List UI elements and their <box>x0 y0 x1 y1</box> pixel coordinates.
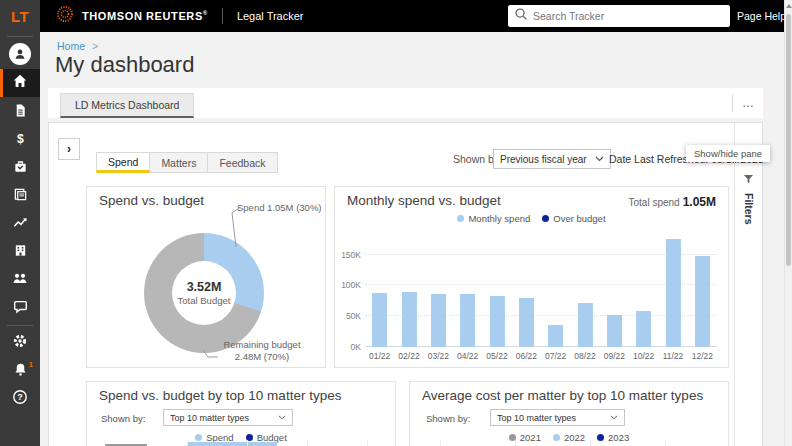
monthly-bar-08/22[interactable] <box>578 303 593 347</box>
page-title: My dashboard <box>55 52 194 78</box>
legend-item[interactable]: Over budget <box>542 213 605 224</box>
y-axis-tick: 0K <box>337 342 361 352</box>
page-content: Home > My dashboard LD Metrics Dashboard… <box>40 32 792 446</box>
nav-firms[interactable] <box>0 239 40 265</box>
tabstrip-divider <box>732 94 733 112</box>
legend-item[interactable]: 2023 <box>597 432 629 443</box>
app-window: LT THOMSON REUTERS® Legal Tracker Page H… <box>0 0 792 446</box>
x-axis-tick: 05/22 <box>482 351 511 361</box>
chart-title: Monthly spend vs. budget <box>347 193 501 208</box>
svg-text:?: ? <box>17 392 23 402</box>
report-tabs: Spend Matters Feedback <box>96 152 278 173</box>
monthly-plot: 0K50K100K150K01/2202/2203/2204/2205/2206… <box>365 233 717 347</box>
scrollbar-thumb[interactable] <box>786 14 791 266</box>
tab-feedback[interactable]: Feedback <box>208 152 277 173</box>
gridline <box>365 315 717 316</box>
gridline <box>247 440 248 446</box>
legend-item[interactable]: Monthly spend <box>457 213 530 224</box>
building-icon <box>13 243 28 262</box>
x-axis-tick: 06/22 <box>512 351 541 361</box>
nav-help[interactable]: ? <box>0 386 40 412</box>
nav-divider <box>7 36 33 37</box>
filters-pane-collapsed[interactable]: « Filters <box>734 123 762 446</box>
chat-icon <box>13 299 28 318</box>
scroll-up-arrow-icon[interactable] <box>786 4 792 8</box>
legend-dot-icon <box>542 215 549 222</box>
breadcrumb-separator: > <box>92 40 98 52</box>
gridline <box>665 440 666 446</box>
people-icon <box>12 270 28 290</box>
nav-spend[interactable]: $ <box>0 127 40 153</box>
matter-types-dropdown[interactable]: Top 10 matter types <box>163 409 293 426</box>
chart-title: Average cost per matter by top 10 matter… <box>422 388 703 403</box>
legend-item[interactable]: 2022 <box>553 432 585 443</box>
vertical-scrollbar[interactable] <box>784 0 792 446</box>
svg-text:$: $ <box>17 131 24 145</box>
monthly-bar-06/22[interactable] <box>519 298 534 347</box>
search-box[interactable] <box>508 5 730 27</box>
tab-ld-metrics-dashboard[interactable]: LD Metrics Dashboard <box>60 93 194 118</box>
tab-matters[interactable]: Matters <box>150 152 208 173</box>
tab-spend[interactable]: Spend <box>96 152 150 173</box>
legend-dot-icon <box>553 434 560 441</box>
lt-logo[interactable]: LT <box>0 0 40 32</box>
gridline <box>590 440 591 446</box>
gridline <box>367 440 368 446</box>
nav-user-avatar[interactable] <box>0 41 40 67</box>
nav-settings[interactable] <box>0 330 40 356</box>
notification-badge: 1 <box>29 360 33 369</box>
shown-by-dropdown[interactable]: Previous fiscal year <box>493 149 611 169</box>
legend-label: Over budget <box>553 213 605 224</box>
monthly-bar-09/22[interactable] <box>607 315 622 347</box>
x-axis-tick: 11/22 <box>658 351 687 361</box>
nav-matters[interactable] <box>0 155 40 181</box>
matter-types-dropdown[interactable]: Top 10 matter types <box>490 409 625 426</box>
shown-by-label: Shown by: <box>426 413 470 424</box>
left-nav-rail: $ <box>0 32 40 446</box>
breadcrumb-home-link[interactable]: Home <box>57 40 85 52</box>
expand-pane-button[interactable]: › <box>58 138 80 160</box>
legend-label: 2023 <box>608 432 629 443</box>
bell-icon <box>13 362 28 381</box>
monthly-bar-10/22[interactable] <box>636 311 651 347</box>
legend-item[interactable]: 2021 <box>509 432 541 443</box>
document-icon <box>13 103 28 122</box>
nav-news[interactable] <box>0 183 40 209</box>
top-bar: LT THOMSON REUTERS® Legal Tracker Page H… <box>0 0 792 32</box>
monthly-bar-03/22[interactable] <box>431 294 446 347</box>
monthly-bar-12/22[interactable] <box>695 256 710 347</box>
spend-by-matter-type-card: Spend vs. budget by top 10 matter types … <box>86 381 396 446</box>
monthly-spend-card: Monthly spend vs. budget Total spend1.05… <box>334 186 729 368</box>
show-hide-pane-tooltip: Show/hide pane <box>686 145 770 162</box>
y-axis-tick: 150K <box>337 250 361 260</box>
nav-notifications[interactable]: 1 <box>0 358 40 384</box>
help-icon: ? <box>12 389 28 409</box>
nav-documents[interactable] <box>0 99 40 125</box>
shown-by-label: Shown by: <box>101 413 145 424</box>
page-help-link[interactable]: Page Help <box>737 0 786 32</box>
nav-analytics[interactable] <box>0 211 40 237</box>
monthly-bar-04/22[interactable] <box>460 294 475 347</box>
filter-funnel-icon <box>743 171 754 189</box>
breadcrumb: Home > <box>57 40 98 52</box>
monthly-bar-11/22[interactable] <box>666 239 681 347</box>
more-options-button[interactable]: … <box>742 88 755 118</box>
filters-pane-label[interactable]: Filters <box>743 193 755 225</box>
monthly-bar-02/22[interactable] <box>402 292 417 347</box>
monthly-bar-07/22[interactable] <box>548 325 563 347</box>
monthly-bar-01/22[interactable] <box>372 293 387 347</box>
search-input[interactable] <box>533 10 724 22</box>
gridline <box>515 440 516 446</box>
search-icon <box>514 7 528 25</box>
partial-horizontal-bar[interactable] <box>187 442 277 446</box>
nav-home[interactable] <box>0 69 40 97</box>
x-axis-tick: 08/22 <box>570 351 599 361</box>
gridline <box>365 254 717 255</box>
nav-messages[interactable] <box>0 295 40 321</box>
gridline <box>307 440 308 446</box>
monthly-bar-05/22[interactable] <box>490 296 505 347</box>
nav-people[interactable] <box>0 267 40 293</box>
briefcase-icon <box>13 159 28 178</box>
x-axis-tick: 02/22 <box>394 351 423 361</box>
chevron-down-icon <box>610 415 618 420</box>
